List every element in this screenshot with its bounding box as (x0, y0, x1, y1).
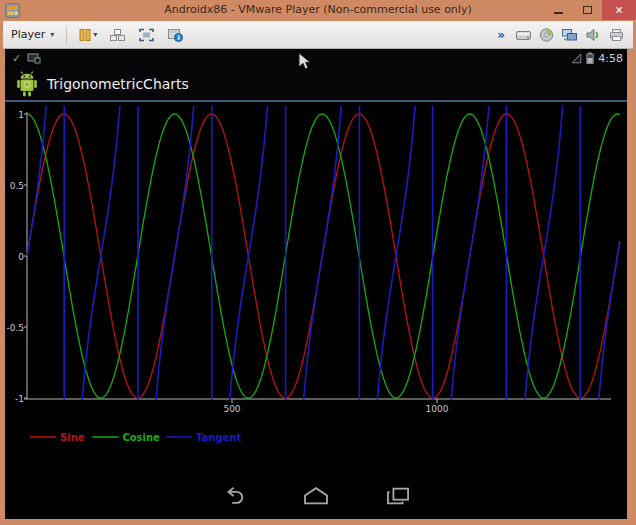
trig-chart: 10.50-0.5-15001000SineCosineTangent (5, 102, 627, 445)
close-button[interactable]: ✕ (602, 0, 636, 20)
printer-icon[interactable] (608, 27, 625, 43)
chevron-down-icon: ▾ (93, 30, 97, 39)
svg-text:Tangent: Tangent (196, 432, 241, 443)
svg-text:500: 500 (223, 404, 240, 414)
ctrl-alt-del-icon (109, 27, 126, 43)
network-adapter-icon[interactable] (561, 27, 579, 43)
console-info-button[interactable]: i (163, 24, 188, 46)
svg-text:0.5: 0.5 (10, 181, 24, 191)
player-menu-label: Player (11, 28, 45, 41)
svg-text:-0.5: -0.5 (6, 323, 24, 333)
suspend-button[interactable]: ▾ (73, 24, 101, 46)
home-icon (300, 485, 332, 507)
recents-icon (383, 485, 413, 507)
svg-text:-1: -1 (15, 394, 24, 404)
android-navbar (5, 473, 627, 519)
nav-recents-button[interactable] (381, 483, 415, 509)
signal-triangle-icon (571, 53, 582, 64)
fullscreen-button[interactable] (134, 24, 159, 46)
status-check-icon: ✓ (12, 53, 21, 64)
android-screen: ✓ 4:58 (5, 49, 627, 519)
info-icon: i (167, 27, 184, 43)
hard-disk-icon[interactable] (515, 27, 532, 43)
status-time: 4:58 (598, 52, 623, 65)
nav-back-button[interactable] (217, 483, 251, 509)
toolbar-separator (66, 26, 67, 44)
back-icon (219, 485, 249, 507)
android-robot-icon (14, 70, 40, 98)
battery-icon (586, 52, 594, 64)
android-statusbar: ✓ 4:58 (5, 49, 627, 67)
svg-text:i: i (178, 34, 180, 42)
svg-text:0: 0 (18, 252, 24, 262)
app-title: TrigonometricCharts (47, 76, 189, 92)
svg-text:1: 1 (18, 110, 24, 120)
svg-text:1000: 1000 (426, 404, 449, 414)
maximize-button[interactable] (573, 0, 602, 20)
pause-icon (77, 27, 93, 43)
toolbar-overflow-button[interactable]: » (497, 28, 505, 42)
sound-icon[interactable] (585, 27, 602, 43)
svg-text:Sine: Sine (60, 432, 85, 443)
window-title: Androidx86 - VMware Player (Non-commerci… (0, 3, 636, 16)
player-menu-button[interactable]: Player ▾ (3, 25, 62, 44)
svg-text:Cosine: Cosine (122, 432, 160, 443)
vmware-toolbar: Player ▾ ▾ (3, 21, 633, 49)
cd-dvd-icon[interactable] (538, 27, 555, 43)
send-ctrl-alt-del-button[interactable] (105, 24, 130, 46)
minimize-button[interactable] (544, 0, 573, 20)
vmware-player-window: Androidx86 - VMware Player (Non-commerci… (0, 0, 636, 525)
window-titlebar: Androidx86 - VMware Player (Non-commerci… (0, 0, 636, 21)
chevron-down-icon: ▾ (50, 30, 54, 39)
fullscreen-icon (138, 27, 155, 43)
status-display-icon (27, 53, 41, 64)
chart-area: 10.50-0.5-15001000SineCosineTangent (5, 102, 627, 445)
nav-home-button[interactable] (299, 483, 333, 509)
app-actionbar: TrigonometricCharts (5, 67, 627, 100)
